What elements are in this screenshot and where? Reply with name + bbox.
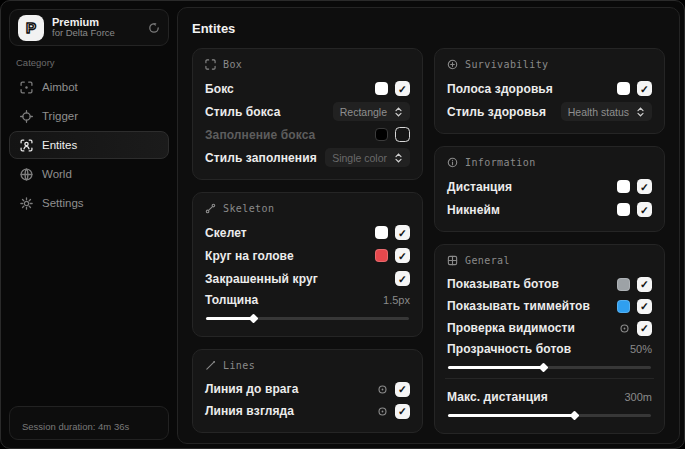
visibility-settings-icon[interactable] bbox=[619, 323, 630, 334]
card-survivability: Survivability Полоса здоровья Стиль здор… bbox=[434, 48, 665, 134]
checkbox[interactable] bbox=[395, 127, 410, 142]
slider-thumb[interactable] bbox=[569, 411, 579, 421]
checkbox[interactable] bbox=[395, 248, 410, 263]
setting-row-fill-style: Стиль заполнения Single color bbox=[205, 146, 410, 169]
line-settings-icon[interactable] bbox=[377, 406, 388, 417]
checkbox[interactable] bbox=[637, 299, 652, 314]
card-survivability-header: Survivability bbox=[447, 59, 652, 70]
setting-row-nickname: Никнейм bbox=[447, 198, 652, 221]
color-swatch[interactable] bbox=[617, 203, 630, 216]
setting-label: Показывать ботов bbox=[447, 277, 559, 291]
color-swatch[interactable] bbox=[617, 300, 630, 313]
fill-style-dropdown[interactable]: Single color bbox=[325, 148, 410, 167]
setting-label: Скелет bbox=[205, 226, 247, 240]
setting-row-enemy-line: Линия до врага bbox=[205, 378, 410, 400]
color-swatch[interactable] bbox=[617, 180, 630, 193]
sidebar: P Premium for Delta Force Category bbox=[1, 1, 178, 448]
info-icon bbox=[447, 157, 458, 168]
brand-subtitle: for Delta Force bbox=[52, 28, 140, 39]
sidebar-item-label: World bbox=[42, 168, 72, 180]
trigger-icon bbox=[20, 110, 33, 123]
setting-row-head-circle: Круг на голове bbox=[205, 244, 410, 267]
checkbox[interactable] bbox=[395, 404, 410, 419]
setting-row-max-distance: Макс. дистанция 300m bbox=[447, 387, 652, 417]
slider-value: 1.5px bbox=[383, 294, 410, 306]
checkbox[interactable] bbox=[637, 277, 652, 292]
card-information-header: Information bbox=[447, 157, 652, 168]
color-swatch[interactable] bbox=[375, 249, 388, 262]
setting-row-visibility-check: Проверка видимости bbox=[447, 317, 652, 339]
setting-label: Стиль заполнения bbox=[205, 151, 317, 165]
checkbox[interactable] bbox=[637, 202, 652, 217]
aimbot-icon bbox=[20, 81, 33, 94]
sidebar-item-world[interactable]: World bbox=[9, 160, 169, 188]
setting-label: Никнейм bbox=[447, 203, 500, 217]
color-swatch[interactable] bbox=[375, 226, 388, 239]
brand-card: P Premium for Delta Force bbox=[9, 9, 169, 46]
sidebar-item-aimbot[interactable]: Aimbot bbox=[9, 73, 169, 101]
setting-row-view-line: Линия взгляда bbox=[205, 400, 410, 422]
setting-label: Стиль бокса bbox=[205, 105, 280, 119]
sidebar-item-label: Entites bbox=[42, 139, 77, 151]
thickness-slider[interactable] bbox=[206, 317, 409, 320]
card-box-header: Box bbox=[205, 59, 410, 70]
checkbox[interactable] bbox=[395, 81, 410, 96]
app-window: P Premium for Delta Force Category bbox=[0, 0, 685, 449]
color-swatch[interactable] bbox=[617, 82, 630, 95]
sidebar-item-settings[interactable]: Settings bbox=[9, 189, 169, 217]
checkbox[interactable] bbox=[637, 321, 652, 336]
left-column: Box Бокс Стиль бокса Rectangle bbox=[192, 48, 423, 434]
card-skeleton-header: Skeleton bbox=[205, 203, 410, 214]
setting-label: Заполнение бокса bbox=[205, 128, 315, 142]
card-box: Box Бокс Стиль бокса Rectangle bbox=[192, 48, 423, 180]
page-title: Entites bbox=[192, 21, 665, 36]
category-label: Category bbox=[16, 57, 55, 68]
sidebar-nav: Aimbot Trigger Entites bbox=[9, 73, 169, 217]
card-title: Information bbox=[465, 157, 536, 168]
slider-thumb[interactable] bbox=[539, 363, 549, 373]
sidebar-item-label: Trigger bbox=[42, 110, 78, 122]
bone-icon bbox=[205, 203, 216, 214]
checkbox[interactable] bbox=[395, 382, 410, 397]
box-icon bbox=[205, 59, 216, 70]
setting-row-filled-circle: Закрашенный круг bbox=[205, 267, 410, 290]
bot-opacity-slider[interactable] bbox=[448, 366, 651, 369]
line-settings-icon[interactable] bbox=[377, 384, 388, 395]
box-style-dropdown[interactable]: Rectangle bbox=[333, 102, 410, 121]
setting-row-show-teammates: Показывать тиммейтов bbox=[447, 295, 652, 317]
sidebar-item-trigger[interactable]: Trigger bbox=[9, 102, 169, 130]
setting-row-health-style: Стиль здоровья Health status bbox=[447, 100, 652, 123]
sidebar-item-label: Aimbot bbox=[42, 81, 78, 93]
card-skeleton: Skeleton Скелет Круг на голове bbox=[192, 192, 423, 337]
unfold-icon bbox=[636, 107, 645, 117]
setting-row-fill: Заполнение бокса bbox=[205, 123, 410, 146]
color-swatch[interactable] bbox=[617, 278, 630, 291]
slider-value: 300m bbox=[624, 391, 652, 403]
setting-row-show-bots: Показывать ботов bbox=[447, 273, 652, 295]
health-icon bbox=[447, 59, 458, 70]
checkbox[interactable] bbox=[395, 271, 410, 286]
card-title: Box bbox=[223, 59, 242, 70]
setting-label: Толщина bbox=[205, 293, 258, 307]
checkbox[interactable] bbox=[637, 81, 652, 96]
setting-row-bot-opacity: Прозрачность ботов 50% bbox=[447, 339, 652, 369]
card-title: Survivability bbox=[465, 59, 548, 70]
color-swatch[interactable] bbox=[375, 82, 388, 95]
card-lines-header: Lines bbox=[205, 360, 410, 371]
setting-row-box-style: Стиль бокса Rectangle bbox=[205, 100, 410, 123]
checkbox[interactable] bbox=[637, 179, 652, 194]
session-duration: Session duration: 4m 36s bbox=[22, 421, 129, 432]
unfold-icon bbox=[394, 107, 403, 117]
refresh-icon[interactable] bbox=[148, 22, 160, 34]
max-distance-slider[interactable] bbox=[448, 414, 651, 417]
setting-label: Стиль здоровья bbox=[447, 105, 546, 119]
checkbox[interactable] bbox=[395, 225, 410, 240]
setting-row-health-bar: Полоса здоровья bbox=[447, 77, 652, 100]
setting-row-thickness: Толщина 1.5px bbox=[205, 290, 410, 320]
color-swatch[interactable] bbox=[375, 128, 388, 141]
health-style-dropdown[interactable]: Health status bbox=[561, 102, 652, 121]
setting-label: Бокс bbox=[205, 82, 234, 96]
sidebar-item-entities[interactable]: Entites bbox=[9, 131, 169, 159]
main-panel: Entites Box Бокс bbox=[177, 7, 680, 444]
slider-thumb[interactable] bbox=[248, 314, 258, 324]
